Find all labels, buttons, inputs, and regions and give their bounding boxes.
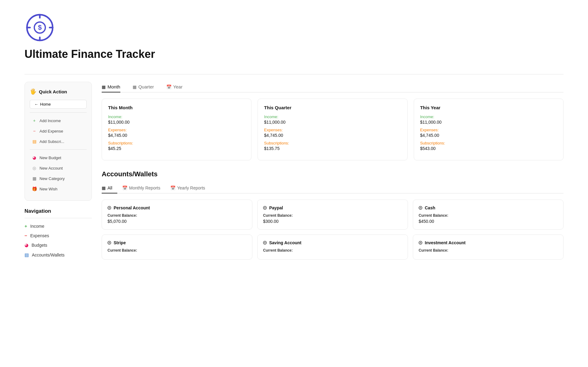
home-button-label: Home xyxy=(40,102,51,107)
paypal-balance-value: $300.00 xyxy=(263,219,402,224)
add-expense-icon: − xyxy=(32,129,37,133)
summary-cards: This Month Income: $11,000.00 Expenses: … xyxy=(102,99,564,160)
month-tab-icon: ▦ xyxy=(102,84,106,89)
all-tab-icon: ▦ xyxy=(102,185,106,190)
account-card-investment: Investment Account Current Balance: xyxy=(413,234,564,260)
tab-yearly-reports[interactable]: 📅 Yearly Reports xyxy=(165,183,210,193)
tab-year[interactable]: 📅 Year xyxy=(166,82,183,92)
tab-quarter[interactable]: ▦ Quarter xyxy=(133,82,154,92)
add-subscription-action[interactable]: ▤ Add Subscri... xyxy=(30,137,87,146)
saving-balance-label: Current Balance: xyxy=(263,248,402,253)
quick-action-label: Quick Action xyxy=(39,89,67,94)
quarter-tab-label: Quarter xyxy=(138,84,154,89)
personal-balance-value: $5,070.00 xyxy=(107,219,247,224)
period-tabs: ▦ Month ▦ Quarter 📅 Year xyxy=(102,82,564,92)
this-quarter-expense-value: $4,745.00 xyxy=(264,133,401,138)
nav-item-accounts[interactable]: ▤ Accounts/Wallets xyxy=(24,250,92,260)
new-account-icon: ◎ xyxy=(32,166,37,170)
new-account-label: New Account xyxy=(40,166,63,170)
this-year-expense-value: $4,745.00 xyxy=(420,133,557,138)
this-month-title: This Month xyxy=(108,105,245,110)
add-income-action[interactable]: + Add Income xyxy=(30,116,87,125)
stripe-account-name: Stripe xyxy=(107,240,247,245)
add-income-icon: + xyxy=(32,118,37,123)
this-year-card: This Year Income: $11,000.00 Expenses: $… xyxy=(414,99,564,160)
stripe-account-dot xyxy=(107,241,111,245)
this-year-title: This Year xyxy=(420,105,557,110)
cash-balance-label: Current Balance: xyxy=(419,213,558,218)
paypal-account-name: Paypal xyxy=(263,205,402,210)
new-wish-icon: 🎁 xyxy=(32,186,37,191)
quarter-tab-icon: ▦ xyxy=(133,84,137,89)
main-content: ▦ Month ▦ Quarter 📅 Year This Month Inco… xyxy=(102,82,564,260)
add-income-label: Add Income xyxy=(40,118,61,123)
this-month-income-value: $11,000.00 xyxy=(108,120,245,125)
nav-item-expenses[interactable]: − Expenses xyxy=(24,231,92,240)
sidebar-divider-1 xyxy=(30,112,87,113)
new-budget-action[interactable]: ◕ New Budget xyxy=(30,153,87,163)
quick-action-panel: 🖐 Quick Action ← Home + Add Income − Add… xyxy=(24,82,92,201)
navigation-title: Navigation xyxy=(24,208,92,214)
income-icon: + xyxy=(24,223,27,229)
this-quarter-income-value: $11,000.00 xyxy=(264,120,401,125)
accounts-icon: ▤ xyxy=(24,252,29,258)
new-category-action[interactable]: ▦ New Category xyxy=(30,174,87,183)
this-year-expense-label: Expenses: xyxy=(420,128,557,132)
sidebar-divider-2 xyxy=(30,149,87,150)
navigation-section: Navigation + Income − Expenses ◕ Budgets… xyxy=(24,208,92,260)
this-month-card: This Month Income: $11,000.00 Expenses: … xyxy=(102,99,251,160)
add-expense-action[interactable]: − Add Expense xyxy=(30,126,87,136)
this-quarter-expense-label: Expenses: xyxy=(264,128,401,132)
quick-action-header: 🖐 Quick Action xyxy=(30,88,87,95)
this-quarter-card: This Quarter Income: $11,000.00 Expenses… xyxy=(258,99,407,160)
cash-account-dot xyxy=(419,206,422,210)
header-divider xyxy=(24,74,564,74)
personal-balance-label: Current Balance: xyxy=(107,213,247,218)
new-category-label: New Category xyxy=(40,176,65,181)
tab-monthly-reports[interactable]: 📅 Monthly Reports xyxy=(117,183,165,193)
tab-month[interactable]: ▦ Month xyxy=(102,82,120,92)
budgets-icon: ◕ xyxy=(24,242,28,248)
home-button[interactable]: ← Home xyxy=(30,100,87,109)
add-expense-label: Add Expense xyxy=(40,129,63,133)
saving-account-name: Saving Account xyxy=(263,240,402,245)
app-logo: $ Ultimate Finance Tracker xyxy=(24,12,564,68)
this-month-expense-value: $4,745.00 xyxy=(108,133,245,138)
investment-account-dot xyxy=(419,241,422,245)
svg-text:$: $ xyxy=(38,24,42,31)
tab-all[interactable]: ▦ All xyxy=(102,183,117,193)
new-account-action[interactable]: ◎ New Account xyxy=(30,163,87,173)
year-tab-label: Year xyxy=(173,84,183,89)
account-card-personal: Personal Account Current Balance: $5,070… xyxy=(102,200,252,230)
personal-account-name: Personal Account xyxy=(107,205,247,210)
nav-divider xyxy=(24,218,92,218)
nav-item-income[interactable]: + Income xyxy=(24,221,92,231)
saving-account-dot xyxy=(263,241,267,245)
account-cards-grid: Personal Account Current Balance: $5,070… xyxy=(102,200,564,260)
this-year-subscription-value: $543.00 xyxy=(420,146,557,151)
new-budget-label: New Budget xyxy=(40,155,61,160)
this-year-income-label: Income: xyxy=(420,114,557,119)
this-month-expense-label: Expenses: xyxy=(108,128,245,132)
this-month-subscription-label: Subscriptions: xyxy=(108,141,245,145)
year-tab-icon: 📅 xyxy=(166,84,172,89)
account-card-stripe: Stripe Current Balance: xyxy=(102,234,252,260)
account-tabs: ▦ All 📅 Monthly Reports 📅 Yearly Reports xyxy=(102,183,564,193)
new-budget-icon: ◕ xyxy=(32,155,37,160)
monthly-reports-label: Monthly Reports xyxy=(129,185,160,190)
nav-expenses-label: Expenses xyxy=(30,233,49,238)
nav-budgets-label: Budgets xyxy=(32,243,47,248)
nav-accounts-label: Accounts/Wallets xyxy=(32,253,65,257)
this-quarter-subscription-value: $135.75 xyxy=(264,146,401,151)
home-arrow-icon: ← xyxy=(34,102,38,107)
paypal-balance-label: Current Balance: xyxy=(263,213,402,218)
this-month-subscription-value: $45.25 xyxy=(108,146,245,151)
cash-account-name: Cash xyxy=(419,205,558,210)
app-title: Ultimate Finance Tracker xyxy=(24,48,155,61)
this-quarter-income-label: Income: xyxy=(264,114,401,119)
new-wish-action[interactable]: 🎁 New Wish xyxy=(30,184,87,194)
expenses-icon: − xyxy=(24,233,27,238)
nav-item-budgets[interactable]: ◕ Budgets xyxy=(24,240,92,250)
this-quarter-subscription-label: Subscriptions: xyxy=(264,141,401,145)
nav-income-label: Income xyxy=(30,224,44,229)
